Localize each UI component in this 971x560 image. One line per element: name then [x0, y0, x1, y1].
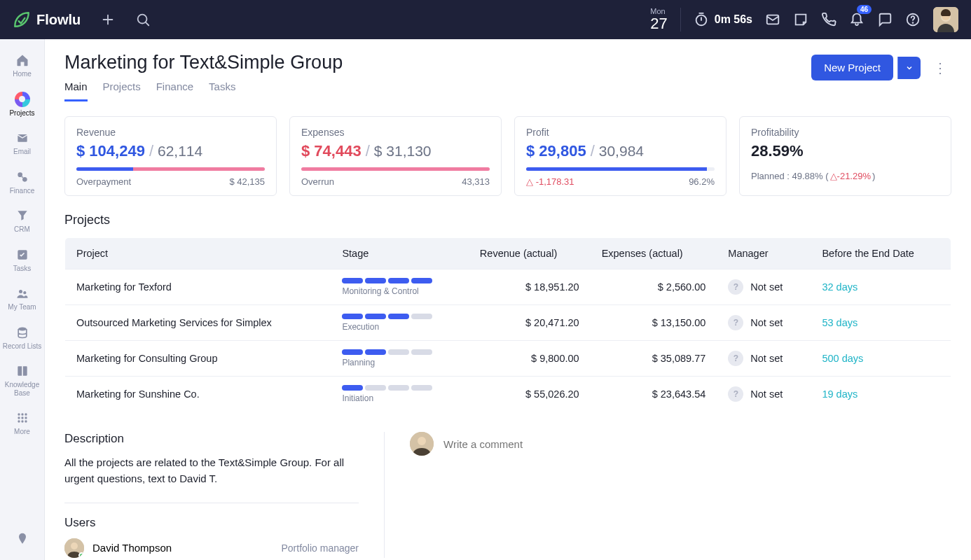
svg-point-17 [19, 290, 22, 293]
cell-revenue: $ 9,800.00 [469, 341, 591, 377]
description-heading: Description [64, 432, 359, 446]
cell-revenue: $ 18,951.20 [469, 270, 591, 305]
sidebar-item-knowledgebase[interactable]: Knowledge Base [0, 360, 45, 401]
cell-revenue: $ 55,026.20 [469, 377, 591, 412]
projects-table: Project Stage Revenue (actual) Expenses … [64, 237, 951, 412]
col-revenue[interactable]: Revenue (actual) [469, 238, 591, 270]
projects-heading: Projects [64, 213, 951, 227]
tab-finance[interactable]: Finance [156, 80, 193, 102]
sidebar: Home Projects Email Finance CRM Tasks My… [0, 39, 45, 560]
table-row[interactable]: Marketing for Consulting GroupPlanning$ … [65, 341, 951, 377]
mail-icon[interactable] [765, 12, 780, 27]
metric-secondary: 62,114 [158, 143, 202, 160]
comment-input[interactable] [443, 438, 951, 450]
more-actions-icon[interactable]: ⋮ [929, 55, 951, 80]
sidebar-item-email[interactable]: Email [0, 127, 45, 160]
help-icon[interactable] [905, 12, 921, 27]
cell-expenses: $ 13,150.00 [591, 305, 717, 341]
chat-icon[interactable] [877, 12, 893, 27]
sidebar-item-more[interactable]: More [0, 407, 45, 440]
add-icon[interactable] [100, 12, 116, 27]
sidebar-item-projects[interactable]: Projects [0, 88, 45, 122]
header-date[interactable]: Mon 27 [650, 8, 680, 32]
search-icon[interactable] [135, 12, 151, 27]
tab-main[interactable]: Main [64, 80, 88, 102]
svg-point-21 [21, 413, 23, 415]
cell-expenses: $ 2,560.00 [591, 270, 717, 305]
metric-bar [526, 167, 715, 171]
sidebar-item-label: Email [13, 148, 31, 156]
svg-point-23 [18, 416, 20, 419]
funnel-icon [15, 209, 30, 223]
svg-point-22 [25, 413, 27, 415]
new-project-button[interactable]: New Project [811, 55, 893, 80]
sidebar-item-tasks[interactable]: Tasks [0, 244, 45, 277]
cell-enddate: 53 days [811, 305, 951, 341]
cell-stage: Execution [331, 305, 468, 341]
svg-point-28 [25, 420, 27, 422]
sidebar-item-home[interactable]: Home [0, 49, 45, 83]
brand-logo[interactable]: Flowlu [13, 10, 81, 29]
timer-value: 0m 56s [715, 13, 752, 26]
new-project-dropdown[interactable] [897, 57, 921, 79]
sidebar-item-label: My Team [8, 303, 36, 312]
page-tabs: Main Projects Finance Tasks [64, 80, 343, 102]
online-status-dot [78, 552, 84, 558]
book-icon [15, 364, 30, 378]
svg-point-18 [23, 291, 26, 294]
page-title: Marketing for Text&Simple Group [64, 52, 343, 74]
table-row[interactable]: Marketing for Sunshine Co.Initiation$ 55… [65, 377, 951, 412]
metric-card-profit: Profit $ 29,805 / 30,984 △ -1,178.3196.2… [514, 116, 726, 196]
cell-project-name: Outsourced Marketing Services for Simple… [65, 305, 331, 341]
sidebar-item-myteam[interactable]: My Team [0, 282, 45, 316]
col-project[interactable]: Project [65, 238, 331, 270]
comment-composer[interactable] [410, 432, 951, 456]
brand-name: Flowlu [36, 12, 81, 28]
header-timer[interactable]: 0m 56s [694, 12, 752, 27]
svg-point-13 [18, 172, 22, 177]
tab-projects[interactable]: Projects [103, 80, 141, 102]
metric-card-expenses: Expenses $ 74,443 / $ 31,130 Overrun43,3… [289, 116, 502, 196]
col-stage[interactable]: Stage [331, 238, 468, 270]
user-role: Portfolio manager [281, 542, 359, 554]
note-icon[interactable] [793, 12, 808, 27]
svg-point-14 [22, 177, 27, 182]
sidebar-item-crm[interactable]: CRM [0, 204, 45, 238]
metric-card-revenue: Revenue $ 104,249 / 62,114 Overpayment$ … [64, 116, 277, 196]
col-enddate[interactable]: Before the End Date [811, 238, 951, 270]
cell-expenses: $ 23,643.54 [591, 377, 717, 412]
main-content: Marketing for Text&Simple Group Main Pro… [45, 39, 971, 560]
sidebar-item-recordlists[interactable]: Record Lists [0, 321, 45, 355]
phone-icon[interactable] [821, 12, 836, 27]
cell-revenue: $ 20,471.20 [469, 305, 591, 341]
svg-rect-15 [22, 176, 23, 178]
sidebar-item-label: More [14, 428, 30, 436]
users-heading: Users [64, 516, 359, 530]
cell-manager: ?Not set [717, 305, 811, 341]
user-avatar[interactable] [933, 7, 958, 32]
cell-manager: ?Not set [717, 270, 811, 305]
projects-icon [15, 92, 30, 106]
sidebar-item-label: Home [13, 70, 32, 78]
sidebar-item-label: Tasks [13, 265, 32, 273]
table-row[interactable]: Marketing for TexfordMonitoring & Contro… [65, 270, 951, 305]
user-row[interactable]: David Thompson Portfolio manager [64, 538, 359, 558]
table-row[interactable]: Outsourced Marketing Services for Simple… [65, 305, 951, 341]
description-body: All the projects are related to the Text… [64, 454, 359, 487]
sidebar-item-label: Finance [10, 187, 35, 195]
col-expenses[interactable]: Expenses (actual) [591, 238, 717, 270]
svg-point-25 [25, 416, 27, 419]
metric-label: Profitability [751, 127, 939, 138]
sidebar-item-finance[interactable]: Finance [0, 166, 45, 200]
tab-tasks[interactable]: Tasks [209, 80, 235, 102]
metric-primary: $ 74,443 [301, 142, 361, 160]
svg-point-9 [913, 22, 914, 23]
col-manager[interactable]: Manager [717, 238, 811, 270]
cell-enddate: 500 days [811, 341, 951, 377]
grid-icon [15, 411, 30, 425]
svg-point-20 [18, 413, 20, 415]
comment-avatar [410, 432, 434, 456]
metric-secondary: $ 31,130 [374, 143, 432, 160]
sidebar-item-bottom[interactable] [0, 528, 45, 550]
cell-stage: Monitoring & Control [331, 270, 468, 305]
